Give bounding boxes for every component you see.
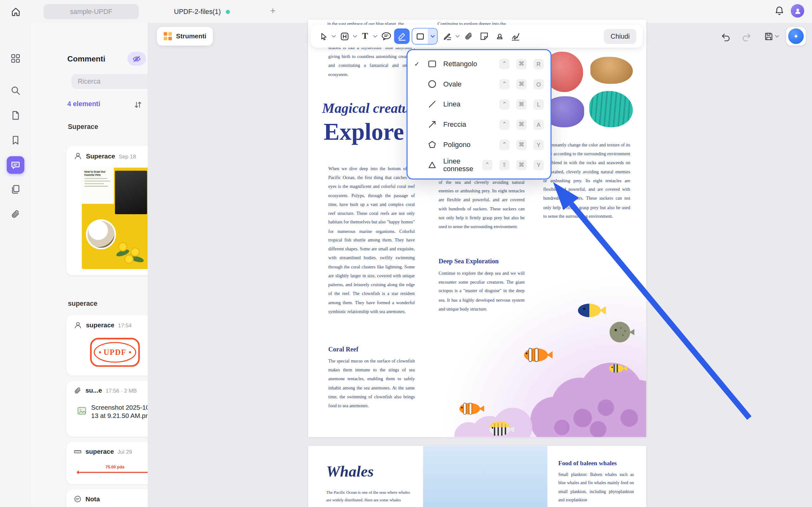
key-cmd: ⌘ bbox=[516, 59, 527, 69]
tab-sample-updf[interactable]: sample-UPDF bbox=[44, 4, 139, 19]
measurement-line bbox=[78, 472, 155, 473]
comment-author: Superace bbox=[86, 153, 115, 160]
stamp-dot bbox=[99, 351, 101, 354]
pdf-page-2[interactable]: Whales The Pacific Ocean is one of the s… bbox=[308, 446, 646, 507]
new-tab-button[interactable]: + bbox=[267, 5, 278, 16]
menu-item-poligono[interactable]: Poligono ⌃ ⌘ Y bbox=[408, 134, 551, 155]
left-icon-rail bbox=[0, 23, 31, 507]
menu-item-linea[interactable]: Linea ⌃ ⌘ L bbox=[408, 94, 551, 114]
redo-icon bbox=[741, 32, 751, 41]
key-shift: ⇧ bbox=[499, 160, 510, 170]
undo-button[interactable] bbox=[719, 30, 732, 43]
bell-icon bbox=[774, 6, 785, 16]
stamp-dot bbox=[129, 351, 131, 354]
rectangle-icon bbox=[426, 60, 439, 68]
chevron-down-icon bbox=[430, 35, 435, 38]
doc-coral-paragraph: The special mucus on the surface of clow… bbox=[328, 357, 415, 411]
stamp-icon bbox=[495, 32, 504, 41]
tab-label: UPDF-2-files(1) bbox=[174, 8, 221, 15]
signature-tool[interactable] bbox=[507, 29, 523, 44]
ai-assistant-button[interactable]: ✦ bbox=[786, 27, 806, 46]
polygon-icon bbox=[426, 140, 439, 149]
speech-bubble-icon bbox=[381, 32, 392, 41]
key-ctrl: ⌃ bbox=[499, 139, 510, 150]
pages-panel-button[interactable] bbox=[9, 183, 21, 195]
close-toolbar-button[interactable]: Chiudi bbox=[604, 29, 637, 44]
pencil-strikeout-icon bbox=[442, 32, 452, 41]
teal-coral-photo bbox=[589, 91, 633, 127]
comment-tool[interactable] bbox=[378, 29, 394, 44]
text-tool-dropdown[interactable] bbox=[372, 31, 377, 42]
menu-item-ovale[interactable]: Ovale ⌃ ⌘ O bbox=[408, 74, 551, 94]
key-letter: O bbox=[534, 79, 544, 89]
key-letter: Y bbox=[534, 139, 544, 150]
rectangle-icon bbox=[416, 32, 424, 40]
search-panel-button[interactable] bbox=[9, 84, 21, 97]
clownfish-2 bbox=[459, 403, 484, 414]
updf-stamp[interactable]: UPDF bbox=[90, 338, 140, 367]
attach-tool[interactable] bbox=[461, 29, 476, 44]
menu-item-label: Rettangolo bbox=[444, 60, 493, 67]
undo-icon bbox=[721, 32, 730, 41]
eye-off-icon bbox=[132, 54, 141, 63]
comment-time: Sep 18 bbox=[119, 153, 136, 159]
whale-illustration bbox=[423, 446, 548, 507]
group-header-superace-2[interactable]: superace bbox=[68, 299, 97, 307]
toggle-visibility-button[interactable] bbox=[128, 52, 146, 66]
key-cmd: ⌘ bbox=[516, 139, 527, 150]
key-cmd: ⌘ bbox=[516, 160, 527, 170]
menu-item-label: Linee connesse bbox=[444, 157, 475, 173]
rectangle-tool[interactable] bbox=[412, 29, 428, 44]
doc-right-paragraph: can instantly change the color and textu… bbox=[543, 141, 630, 221]
highlighter-tool-selected[interactable] bbox=[394, 29, 409, 44]
annotation-toolbar: T bbox=[311, 25, 643, 48]
save-button-group[interactable] bbox=[758, 28, 786, 44]
select-tool-dropdown[interactable] bbox=[331, 31, 336, 42]
check-icon: ✓ bbox=[414, 60, 421, 67]
tools-button[interactable]: Strumenti bbox=[157, 27, 213, 46]
line-icon bbox=[426, 100, 439, 109]
key-cmd: ⌘ bbox=[516, 119, 527, 130]
connected-lines-icon bbox=[426, 160, 439, 169]
tab-label: sample-UPDF bbox=[70, 8, 112, 15]
thumbnails-panel-button[interactable] bbox=[9, 109, 21, 121]
bookmarks-panel-button[interactable] bbox=[9, 134, 21, 147]
home-button[interactable] bbox=[9, 5, 21, 17]
menu-item-rettangolo[interactable]: ✓ Rettangolo ⌃ ⌘ R bbox=[408, 54, 551, 74]
pencil-tool[interactable] bbox=[440, 29, 454, 44]
ai-assistant-icon: ✦ bbox=[788, 29, 804, 44]
tab-updf-2-files[interactable]: UPDF-2-files(1) bbox=[174, 4, 230, 19]
attachments-panel-button[interactable] bbox=[9, 208, 21, 220]
doc-title-big: Explore bbox=[323, 118, 404, 146]
underwater-photo bbox=[427, 263, 647, 437]
hand-tool[interactable] bbox=[337, 29, 352, 44]
menu-item-freccia[interactable]: Freccia ⌃ ⌘ A bbox=[408, 114, 551, 135]
user-avatar[interactable] bbox=[791, 4, 804, 17]
text-tool[interactable]: T bbox=[358, 29, 372, 44]
hand-tool-dropdown[interactable] bbox=[352, 31, 357, 42]
notifications-button[interactable] bbox=[774, 6, 786, 17]
comments-panel-button[interactable] bbox=[7, 156, 24, 174]
tang-fish bbox=[578, 303, 606, 317]
ruler-icon bbox=[73, 447, 82, 456]
apps-panel-button[interactable] bbox=[9, 52, 21, 65]
whales-title: Whales bbox=[326, 463, 374, 481]
image-file-icon bbox=[77, 406, 87, 416]
comment-time: Jul 29 bbox=[117, 449, 132, 455]
doc-left-paragraph: When we dive deep into the bottom of the… bbox=[328, 164, 415, 316]
pencil-tool-dropdown[interactable] bbox=[455, 31, 460, 42]
note-title: Nota bbox=[85, 496, 100, 503]
highlighter-icon bbox=[397, 32, 406, 41]
shape-tool-dropdown[interactable] bbox=[428, 29, 437, 44]
select-tool[interactable] bbox=[317, 29, 330, 44]
save-icon bbox=[764, 32, 774, 41]
tools-button-label: Strumenti bbox=[176, 33, 206, 40]
menu-item-linee-connesse[interactable]: Linee connesse ⌃ ⇧ ⌘ Y bbox=[408, 155, 551, 175]
stamp-tool[interactable] bbox=[492, 29, 507, 44]
key-letter: L bbox=[534, 99, 544, 110]
sticker-tool[interactable] bbox=[476, 29, 492, 44]
sort-comments-button[interactable] bbox=[132, 98, 144, 111]
group-header-superace-1[interactable]: Superace bbox=[68, 123, 98, 130]
comment-image-thumbnail[interactable]: How to Draw Our Favorite Pets bbox=[82, 168, 149, 269]
redo-button[interactable] bbox=[740, 30, 753, 43]
